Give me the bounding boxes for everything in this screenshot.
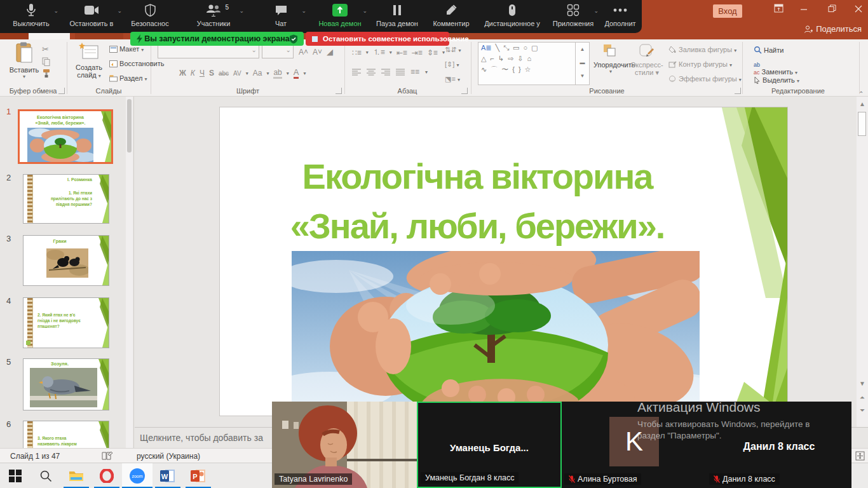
- oval-icon[interactable]: ○: [523, 43, 527, 53]
- slide-4-thumbnail[interactable]: 2. Який птах не в'є гнізда і не вигодову…: [23, 297, 109, 348]
- quick-styles-button[interactable]: Экспресс- стили ▾: [630, 43, 663, 77]
- right-brace-icon[interactable]: }: [519, 65, 521, 74]
- right-arrow-icon[interactable]: ⇨: [508, 54, 513, 64]
- columns-button[interactable]: ≡≡: [410, 67, 419, 76]
- text-box-icon[interactable]: A≣: [481, 43, 492, 53]
- notes-status-icon[interactable]: [102, 451, 112, 461]
- star-icon[interactable]: ☆: [525, 65, 531, 74]
- more-button[interactable]: Дополнит: [601, 3, 639, 32]
- elbow-arrow-icon[interactable]: ↳: [498, 54, 504, 64]
- italic-button[interactable]: К: [191, 69, 195, 78]
- arc-icon[interactable]: ⌒: [491, 65, 498, 74]
- triangle-icon[interactable]: △: [481, 54, 486, 64]
- rounded-rectangle-icon[interactable]: ▢: [531, 43, 538, 53]
- numbering-button[interactable]: ⒈≡: [373, 47, 385, 58]
- apps-chevron[interactable]: ⌄: [593, 8, 599, 14]
- cut-button[interactable]: ✂: [42, 44, 49, 54]
- callout-icon[interactable]: ⌂: [527, 54, 532, 64]
- left-brace-icon[interactable]: {: [512, 65, 515, 74]
- text-shadow-button[interactable]: S: [209, 69, 214, 78]
- video-tile-tatyana[interactable]: Tatyana Lavrinenko: [272, 402, 417, 488]
- font-size-combo[interactable]: [262, 45, 294, 58]
- chat-chevron[interactable]: ⌄: [301, 8, 306, 14]
- align-left-button[interactable]: [352, 68, 361, 76]
- align-text-button[interactable]: [⇕] ▾: [445, 60, 459, 69]
- ribbon-tab-file-sliver[interactable]: [0, 33, 29, 39]
- text-direction-button[interactable]: ⇅⇵ ▾: [445, 46, 461, 54]
- section-button[interactable]: Раздел ▾: [109, 74, 147, 82]
- select-button[interactable]: Выделить ▾: [754, 76, 799, 84]
- format-painter-button[interactable]: [42, 69, 51, 81]
- scroll-up-button[interactable]: ▲: [858, 100, 867, 107]
- underline-button[interactable]: Ч: [200, 69, 205, 78]
- word-app-button[interactable]: W: [153, 463, 183, 488]
- layout-button[interactable]: Макет ▾: [109, 45, 144, 53]
- character-spacing-button[interactable]: AV: [233, 70, 241, 77]
- down-arrow-icon[interactable]: ⇩: [517, 54, 523, 64]
- new-slide-button[interactable]: Создать слайд ▾: [71, 42, 107, 79]
- highlight-color-button[interactable]: ab: [273, 68, 281, 79]
- elbow-icon[interactable]: ⌐: [490, 54, 494, 64]
- shrink-font-button[interactable]: A˅: [313, 48, 322, 57]
- video-chevron[interactable]: ⌄: [117, 8, 122, 14]
- minimize-button[interactable]: [796, 4, 812, 17]
- stop-share-button[interactable]: Остановить совместное использование: [306, 32, 449, 46]
- slide-canvas[interactable]: Екологічна вікторина «Знай, люби, бережи…: [219, 107, 788, 416]
- zoom-app-button[interactable]: zoom: [122, 463, 153, 488]
- replace-button[interactable]: abac Заменить ▾: [754, 60, 797, 76]
- ribbon-tab-sliver[interactable]: [75, 33, 123, 39]
- find-button[interactable]: Найти: [754, 46, 783, 54]
- scribble-icon[interactable]: ∿: [481, 65, 487, 74]
- convert-smartart-button[interactable]: ⬔≡ ▾: [445, 75, 460, 83]
- shapes-gallery[interactable]: A≣╲⤡▭○▢ △⌐↳⇨⇩⌂ ∿⌒〜{}☆ ▲▬▼: [478, 42, 590, 85]
- stop-video-button[interactable]: Остановить в ⌄: [61, 3, 122, 32]
- shapes-scrollbar[interactable]: ▲▬▼: [575, 43, 589, 85]
- copy-button[interactable]: [42, 57, 51, 69]
- paste-button[interactable]: Вставить ▾: [9, 42, 39, 79]
- strikethrough-button[interactable]: abc: [219, 70, 229, 77]
- increase-indent-button[interactable]: ⇥≡: [412, 48, 423, 57]
- slide-6-thumbnail[interactable]: 3. Якого птаха називають лікарем дерев?: [23, 421, 109, 448]
- arrow-line-icon[interactable]: ⤡: [503, 43, 509, 53]
- search-button[interactable]: [31, 463, 61, 488]
- thumbnail-panel-scrollbar-thumb[interactable]: [127, 99, 132, 152]
- share-presentation-button[interactable]: Поделиться: [750, 24, 862, 37]
- new-share-button[interactable]: Новая демон ⌄: [313, 3, 367, 32]
- line-icon[interactable]: ╲: [496, 43, 500, 53]
- close-button[interactable]: [850, 4, 867, 17]
- opera-browser-button[interactable]: [92, 463, 122, 488]
- drawing-dialog-launcher[interactable]: [735, 88, 741, 94]
- justify-button[interactable]: [396, 68, 405, 76]
- rectangle-icon[interactable]: ▭: [513, 43, 519, 53]
- slide-1-thumbnail[interactable]: Екологічна вікторина«Знай, люби, бережи»…: [18, 109, 113, 164]
- previous-slide-button[interactable]: ⏶: [858, 394, 867, 402]
- curve-icon[interactable]: 〜: [501, 65, 508, 74]
- decrease-indent-button[interactable]: ⇤≡: [397, 48, 407, 57]
- new-share-chevron[interactable]: ⌄: [362, 8, 367, 14]
- bullets-button[interactable]: ∷≡: [352, 48, 362, 57]
- bold-button[interactable]: Ж: [179, 69, 186, 78]
- slide-3-thumbnail[interactable]: Граки: [23, 235, 109, 286]
- slide-area-scrollbar-thumb[interactable]: [858, 112, 866, 136]
- annotate-button[interactable]: Комментир: [427, 3, 475, 32]
- shape-fill-button[interactable]: Заливка фигуры ▾: [668, 46, 736, 53]
- participants-button[interactable]: Участники 5 ⌄: [183, 3, 244, 32]
- paragraph-dialog-launcher[interactable]: [461, 88, 468, 94]
- align-center-button[interactable]: [367, 68, 376, 76]
- shape-effects-button[interactable]: Эффекты фигуры ▾: [668, 75, 742, 83]
- login-button[interactable]: Вход: [713, 4, 742, 18]
- scroll-down-button[interactable]: ▼: [858, 380, 867, 387]
- participants-chevron[interactable]: ⌄: [239, 8, 244, 14]
- font-dialog-launcher[interactable]: [336, 88, 342, 94]
- next-slide-button[interactable]: ⏷: [858, 407, 867, 414]
- mute-chevron[interactable]: ⌄: [53, 8, 58, 14]
- clear-formatting-button[interactable]: ◢: [327, 47, 333, 57]
- security-button[interactable]: Безопаснос: [125, 3, 175, 32]
- change-case-button[interactable]: Aa: [253, 69, 262, 78]
- restore-button[interactable]: [824, 4, 840, 17]
- ribbon-display-options-button[interactable]: [770, 4, 787, 17]
- arrange-button[interactable]: Упорядочить ▾: [593, 43, 628, 74]
- ribbon-tab-home-sliver[interactable]: [29, 33, 70, 39]
- mute-button[interactable]: Выключить ⌄: [4, 3, 58, 32]
- slide-2-thumbnail[interactable]: І. Розминка 1. Які птахи прилітають до н…: [23, 174, 109, 224]
